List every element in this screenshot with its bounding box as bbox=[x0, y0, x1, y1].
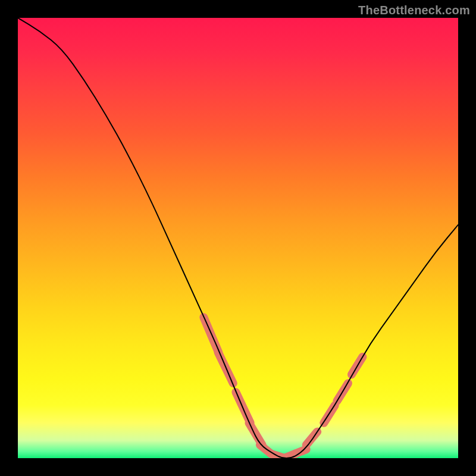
chart-svg bbox=[18, 18, 458, 458]
watermark-text: TheBottleneck.com bbox=[358, 4, 470, 17]
highlight-markers bbox=[203, 317, 362, 458]
stage: TheBottleneck.com bbox=[0, 0, 476, 476]
plot-area bbox=[18, 18, 458, 458]
